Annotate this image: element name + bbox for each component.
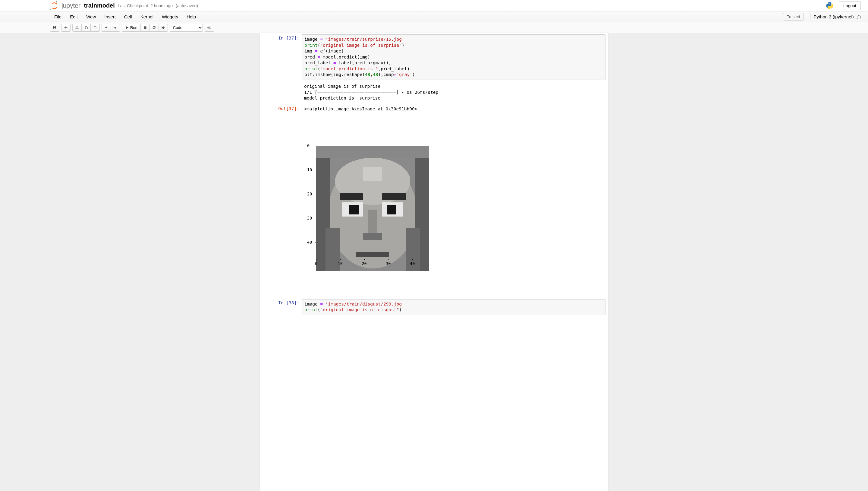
menu-kernel[interactable]: Kernel <box>136 12 158 22</box>
toolbar: Run Code <box>0 22 868 33</box>
menu-insert[interactable]: Insert <box>100 12 120 22</box>
run-button[interactable]: Run <box>122 24 141 32</box>
ytick-label: 30 <box>307 215 312 221</box>
cut-button[interactable] <box>72 24 82 32</box>
notebook-header: jupyter trainmodel Last Checkpoint: 2 ho… <box>0 0 868 11</box>
output-result: Out[37]: <matplotlib.image.AxesImage at … <box>260 104 608 115</box>
checkpoint-text: Last Checkpoint: 2 hours ago <box>118 3 173 8</box>
xtick-label: 0 <box>315 261 317 266</box>
in-prompt: In [38]: <box>262 299 302 315</box>
plot-heatmap <box>316 146 429 259</box>
matplotlib-plot: 010203040010203040 <box>304 143 431 266</box>
svg-rect-8 <box>208 27 209 28</box>
svg-rect-27 <box>363 167 382 181</box>
notebook-name[interactable]: trainmodel <box>84 2 115 9</box>
svg-rect-25 <box>363 233 382 240</box>
svg-rect-19 <box>382 193 406 200</box>
command-palette-button[interactable] <box>205 24 214 32</box>
ytick-label: 40 <box>307 239 312 244</box>
code-input[interactable]: image = 'images/train/surprise/15.jpg' p… <box>302 34 606 80</box>
move-up-button[interactable] <box>101 24 111 32</box>
ytick-label: 20 <box>307 191 312 197</box>
logout-button[interactable]: Logout <box>839 1 861 10</box>
svg-rect-6 <box>144 26 146 29</box>
menubar: FileEditViewInsertCellKernelWidgetsHelp … <box>0 11 868 22</box>
restart-run-all-button[interactable] <box>158 24 168 32</box>
move-down-button[interactable] <box>111 24 120 32</box>
menu-help[interactable]: Help <box>182 12 200 22</box>
kernel-name: Python 3 (ipykernel) <box>810 14 861 19</box>
menu-cell[interactable]: Cell <box>120 12 136 22</box>
save-button[interactable] <box>50 24 59 32</box>
restart-button[interactable] <box>150 24 159 32</box>
stdout-text: original image is of surprise 1/1 [=====… <box>302 82 606 103</box>
output-image: 010203040010203040 <box>260 114 608 295</box>
brand: jupyter <box>50 1 81 10</box>
kernel-status-icon <box>857 16 861 19</box>
copy-button[interactable] <box>82 24 91 32</box>
cell-type-select[interactable]: Code <box>170 24 203 32</box>
svg-rect-26 <box>356 252 389 257</box>
svg-rect-18 <box>340 193 363 200</box>
menu-view[interactable]: View <box>82 12 100 22</box>
notebook-container: In [37]: image = 'images/train/surprise/… <box>260 33 608 491</box>
svg-rect-10 <box>210 27 210 28</box>
code-cell[interactable]: In [38]: image = 'images/train/disgust/2… <box>260 298 608 316</box>
brand-text: jupyter <box>61 2 81 10</box>
svg-rect-22 <box>349 205 358 214</box>
xtick-label: 40 <box>410 261 415 266</box>
code-cell[interactable]: In [37]: image = 'images/train/surprise/… <box>260 33 608 81</box>
ytick-label: 0 <box>307 143 310 148</box>
in-prompt: In [37]: <box>262 34 302 80</box>
out-text: <matplotlib.image.AxesImage at 0x30e91bb… <box>302 105 606 113</box>
xtick-label: 30 <box>386 261 391 266</box>
menu-widgets[interactable]: Widgets <box>158 12 182 22</box>
autosaved-text: (autosaved) <box>176 3 198 8</box>
ytick-label: 10 <box>307 167 312 173</box>
svg-rect-9 <box>209 27 210 28</box>
out-prompt: Out[37]: <box>262 105 302 113</box>
add-cell-button[interactable] <box>61 24 70 32</box>
paste-button[interactable] <box>90 24 100 32</box>
trusted-badge[interactable]: Trusted <box>783 13 804 21</box>
code-input[interactable]: image = 'images/train/disgust/299.jpg' p… <box>302 299 606 315</box>
svg-rect-3 <box>86 27 88 29</box>
menu-edit[interactable]: Edit <box>66 12 82 22</box>
xtick-label: 20 <box>362 261 367 266</box>
jupyter-logo-icon <box>50 1 59 10</box>
run-label: Run <box>130 25 137 30</box>
menu-file[interactable]: File <box>50 12 66 22</box>
output-stdout: original image is of surprise 1/1 [=====… <box>260 81 608 104</box>
interrupt-button[interactable] <box>141 24 150 32</box>
svg-rect-23 <box>387 205 396 214</box>
svg-rect-5 <box>94 26 96 27</box>
kernel-name-text: Python 3 (ipykernel) <box>813 14 854 19</box>
python-logo-icon <box>826 1 834 10</box>
xtick-label: 10 <box>338 261 343 266</box>
